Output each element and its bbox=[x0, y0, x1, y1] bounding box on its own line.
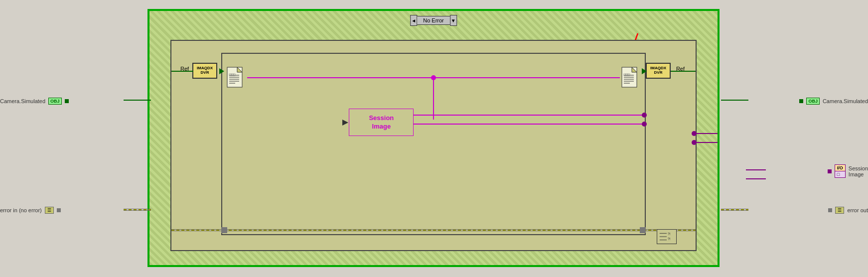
dot-purple-out-1 bbox=[692, 131, 697, 136]
error-label: No Error bbox=[417, 16, 450, 25]
wire-green-left-outer bbox=[171, 71, 193, 72]
wire-green-right-outer bbox=[671, 71, 696, 72]
right-image-label: Image bbox=[849, 171, 868, 177]
arrow-green-right bbox=[642, 68, 647, 74]
right-obj-terminal[interactable]: OBJ bbox=[806, 98, 820, 105]
session-image-text: Session Image bbox=[369, 114, 394, 131]
dot-purple-1 bbox=[642, 113, 647, 118]
imaqdx-left-line2: DVR bbox=[201, 71, 209, 75]
inner-event-frame: Session Image bbox=[221, 53, 646, 235]
svg-text:?!: ?! bbox=[668, 232, 671, 236]
main-frame: ◄ No Error ▼ Get Private Events bbox=[147, 9, 720, 267]
left-wire-connector bbox=[65, 99, 69, 103]
wire-yellow-left bbox=[171, 229, 224, 231]
doc-icon-right bbox=[621, 66, 641, 91]
right-session-labels: Session Image bbox=[849, 165, 868, 177]
outer-event-frame: IMAQDX DVR Ref IMAQDX DVR Ref bbox=[170, 40, 697, 251]
left-camera-label: Camera.Simulated bbox=[0, 98, 45, 104]
right-session-label: Session bbox=[849, 165, 868, 171]
right-session-terminal[interactable]: I/O □ bbox=[835, 164, 846, 178]
wire-camera-left bbox=[124, 100, 151, 101]
right-wire-purple-1 bbox=[828, 169, 832, 173]
right-session-top: I/O bbox=[835, 165, 845, 171]
right-error-terminal[interactable]: ☰ bbox=[835, 207, 844, 214]
wire-purple-out-top bbox=[695, 133, 718, 134]
sq-yellow-right bbox=[640, 227, 646, 233]
wire-yellow-inner bbox=[224, 229, 643, 231]
left-camera-group: Camera.Simulated OBJ bbox=[0, 98, 69, 105]
doc-icon-left bbox=[226, 66, 246, 91]
wire-error-right bbox=[721, 209, 748, 211]
arrow-green-left bbox=[219, 68, 224, 74]
imaqdx-dvr-right[interactable]: IMAQDX DVR bbox=[646, 63, 671, 79]
right-session-bottom: □ bbox=[835, 171, 845, 177]
imaqdx-dvr-left[interactable]: IMAQDX DVR bbox=[192, 63, 217, 79]
right-wire-connector bbox=[799, 99, 803, 103]
session-image-box: Session Image bbox=[349, 109, 414, 136]
wire-camera-right bbox=[721, 100, 748, 101]
wire-purple-right-1 bbox=[746, 169, 766, 170]
imaqdx-right-line2: DVR bbox=[654, 71, 663, 75]
right-error-label: error out bbox=[847, 207, 868, 213]
merge-errors-box[interactable]: ?! ?! bbox=[657, 229, 677, 244]
right-session-group: I/O □ Session Image bbox=[828, 164, 868, 178]
right-camera-label: Camera.Simulated bbox=[823, 98, 868, 104]
left-error-terminal[interactable]: ☰ bbox=[45, 207, 54, 214]
diagram-canvas: ◄ No Error ▼ Get Private Events bbox=[0, 0, 868, 277]
session-image-arrow bbox=[342, 120, 348, 126]
right-error-wire-dot bbox=[828, 208, 832, 212]
dot-purple-out-2 bbox=[692, 140, 697, 145]
dot-purple-2 bbox=[642, 122, 647, 127]
left-obj-terminal[interactable]: OBJ bbox=[48, 98, 62, 105]
wire-purple-out-bottom bbox=[695, 142, 718, 143]
svg-text:?!: ?! bbox=[668, 237, 671, 241]
wire-error-left bbox=[124, 209, 151, 211]
left-error-wire-dot bbox=[57, 208, 61, 212]
sq-yellow-left bbox=[221, 227, 227, 233]
left-error-group: error in (no error) ☰ bbox=[0, 207, 61, 214]
wire-magenta-out-top bbox=[414, 115, 645, 116]
wire-magenta-out-bottom bbox=[414, 124, 645, 125]
right-error-group: ☰ error out bbox=[828, 207, 868, 214]
wire-purple-right-2 bbox=[746, 178, 766, 179]
error-right-arrow: ▼ bbox=[450, 15, 457, 26]
error-left-arrow: ◄ bbox=[410, 15, 417, 26]
wire-magenta-vertical bbox=[433, 80, 434, 120]
error-indicator[interactable]: ◄ No Error ▼ bbox=[410, 15, 457, 26]
right-camera-group: OBJ Camera.Simulated bbox=[799, 98, 868, 105]
left-error-label: error in (no error) bbox=[0, 207, 42, 213]
